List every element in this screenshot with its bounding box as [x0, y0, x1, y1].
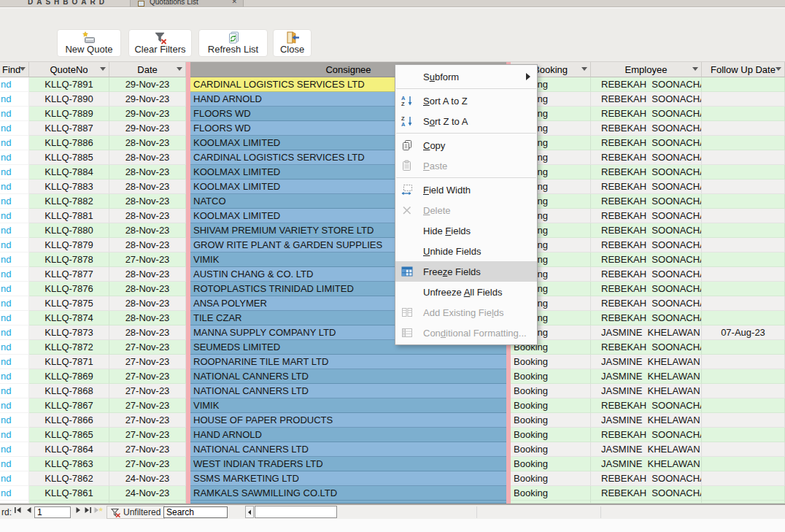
- close-button[interactable]: Close: [273, 29, 312, 57]
- search-input[interactable]: [163, 506, 228, 518]
- cell-booking[interactable]: Booking: [511, 428, 591, 442]
- cell-quote-no[interactable]: KLLQ-7862: [29, 471, 109, 486]
- cell-follow-up-date[interactable]: [702, 457, 785, 471]
- cell-employee[interactable]: JASMINE KHELAWAN: [591, 442, 702, 457]
- find-link[interactable]: nd: [0, 369, 29, 384]
- column-header-date[interactable]: Date: [109, 62, 186, 77]
- cell-date[interactable]: 27-Nov-23: [109, 398, 186, 413]
- cell-quote-no[interactable]: KLLQ-7891: [29, 77, 109, 92]
- cell-quote-no[interactable]: KLLQ-7885: [29, 150, 109, 165]
- previous-record-button[interactable]: [24, 505, 34, 515]
- cell-quote-no[interactable]: KLLQ-7877: [29, 267, 109, 282]
- cell-employee[interactable]: REBEKAH SOONACHAN: [591, 180, 702, 194]
- current-record-input[interactable]: [34, 506, 71, 518]
- cell-employee[interactable]: REBEKAH SOONACHAN: [591, 311, 702, 325]
- cell-date[interactable]: 28-Nov-23: [109, 223, 186, 238]
- column-header-followup[interactable]: Follow Up Date: [702, 62, 785, 77]
- cell-follow-up-date[interactable]: [702, 165, 785, 180]
- cell-consignee[interactable]: RAMKALS SAWMILLING CO.LTD: [190, 486, 506, 501]
- find-link[interactable]: nd: [0, 180, 29, 194]
- cell-date[interactable]: 29-Nov-23: [109, 121, 186, 136]
- cell-date[interactable]: 28-Nov-23: [109, 282, 186, 296]
- cell-quote-no[interactable]: KLLQ-7867: [29, 398, 109, 413]
- cell-booking[interactable]: Booking: [511, 398, 591, 413]
- cell-quote-no[interactable]: KLLQ-7879: [29, 238, 109, 252]
- find-link[interactable]: nd: [0, 428, 29, 442]
- cell-quote-no[interactable]: KLLQ-7863: [29, 457, 109, 471]
- cell-date[interactable]: 28-Nov-23: [109, 165, 186, 180]
- last-record-button[interactable]: [83, 505, 93, 515]
- menu-item-field-width[interactable]: Field Width: [395, 180, 537, 200]
- find-link[interactable]: nd: [0, 311, 29, 325]
- cell-date[interactable]: 28-Nov-23: [109, 150, 186, 165]
- cell-quote-no[interactable]: KLLQ-7881: [29, 209, 109, 223]
- column-header-find[interactable]: Find: [0, 62, 29, 77]
- cell-employee[interactable]: REBEKAH SOONACHAN: [591, 136, 702, 150]
- cell-employee[interactable]: REBEKAH SOONACHAN: [591, 267, 702, 282]
- cell-follow-up-date[interactable]: [702, 121, 785, 136]
- cell-quote-no[interactable]: KLLQ-7876: [29, 282, 109, 296]
- next-record-button[interactable]: [74, 505, 83, 515]
- cell-quote-no[interactable]: KLLQ-7882: [29, 194, 109, 209]
- cell-booking[interactable]: Booking: [511, 442, 591, 457]
- cell-employee[interactable]: REBEKAH SOONACHAN: [591, 282, 702, 296]
- find-link[interactable]: nd: [0, 384, 29, 398]
- cell-booking[interactable]: Booking: [511, 457, 591, 471]
- cell-consignee[interactable]: ROOPNARINE TILE MART LTD: [190, 355, 506, 369]
- find-link[interactable]: nd: [0, 267, 29, 282]
- menu-item-unfreeze-all-fields[interactable]: Unfreeze All Fields: [395, 282, 537, 302]
- cell-consignee[interactable]: HOUSE OF PAPER PRODUCTS: [190, 413, 506, 428]
- cell-employee[interactable]: REBEKAH SOONACHAN: [591, 92, 702, 107]
- find-link[interactable]: nd: [0, 486, 29, 501]
- find-link[interactable]: nd: [0, 355, 29, 369]
- cell-consignee[interactable]: VIMIK: [190, 398, 506, 413]
- cell-consignee[interactable]: NATIONAL CANNERS LTD: [190, 384, 506, 398]
- cell-employee[interactable]: JASMINE KHELAWAN: [591, 457, 702, 471]
- find-link[interactable]: nd: [0, 398, 29, 413]
- cell-employee[interactable]: REBEKAH SOONACHAN: [591, 471, 702, 486]
- cell-quote-no[interactable]: KLLQ-7866: [29, 413, 109, 428]
- filter-state-toggle[interactable]: Unfiltered: [107, 506, 165, 519]
- cell-employee[interactable]: REBEKAH SOONACHAN: [591, 340, 702, 355]
- menu-item-copy[interactable]: Copy: [395, 135, 537, 155]
- menu-item-freeze-fields[interactable]: Freeze Fields: [395, 261, 537, 282]
- filter-dropdown-icon[interactable]: [100, 67, 106, 71]
- cell-booking[interactable]: Booking: [511, 384, 591, 398]
- find-link[interactable]: nd: [0, 77, 29, 92]
- cell-date[interactable]: 28-Nov-23: [109, 311, 186, 325]
- cell-date[interactable]: 29-Nov-23: [109, 107, 186, 121]
- cell-follow-up-date[interactable]: [702, 398, 785, 413]
- cell-follow-up-date[interactable]: [702, 369, 785, 384]
- find-link[interactable]: nd: [0, 457, 29, 471]
- refresh-list-button[interactable]: Refresh List: [198, 29, 268, 57]
- new-quote-button[interactable]: New Quote: [57, 29, 121, 57]
- cell-consignee[interactable]: WEST INDIAN TRADERS LTD: [190, 457, 506, 471]
- find-link[interactable]: nd: [0, 340, 29, 355]
- cell-date[interactable]: 24-Nov-23: [109, 486, 186, 501]
- column-header-employee[interactable]: Employee: [591, 62, 702, 77]
- column-header-quote[interactable]: QuoteNo: [29, 62, 109, 77]
- cell-consignee[interactable]: NATIONAL CANNERS LTD: [190, 442, 506, 457]
- cell-date[interactable]: 27-Nov-23: [109, 340, 186, 355]
- cell-follow-up-date[interactable]: [702, 267, 785, 282]
- filter-dropdown-icon[interactable]: [776, 67, 781, 71]
- cell-employee[interactable]: REBEKAH SOONACHAN: [591, 398, 702, 413]
- cell-date[interactable]: 28-Nov-23: [109, 325, 186, 340]
- cell-employee[interactable]: REBEKAH SOONACHAN: [591, 209, 702, 223]
- find-link[interactable]: nd: [0, 223, 29, 238]
- find-link[interactable]: nd: [0, 325, 29, 340]
- menu-item-sort-z-to-a[interactable]: ZASort Z to A: [395, 111, 537, 131]
- find-link[interactable]: nd: [0, 194, 29, 209]
- filter-dropdown-icon[interactable]: [581, 67, 587, 71]
- cell-quote-no[interactable]: KLLQ-7868: [29, 384, 109, 398]
- find-link[interactable]: nd: [0, 107, 29, 121]
- cell-employee[interactable]: REBEKAH SOONACHAN: [591, 194, 702, 209]
- cell-consignee[interactable]: SSMS MARKETING LTD: [190, 471, 506, 486]
- cell-employee[interactable]: REBEKAH SOONACHAN: [591, 428, 702, 442]
- cell-employee[interactable]: REBEKAH SOONACHAN: [591, 77, 702, 92]
- find-link[interactable]: nd: [0, 442, 29, 457]
- first-record-button[interactable]: [13, 505, 23, 515]
- cell-follow-up-date[interactable]: [702, 223, 785, 238]
- cell-quote-no[interactable]: KLLQ-7884: [29, 165, 109, 180]
- cell-booking[interactable]: Booking: [511, 369, 591, 384]
